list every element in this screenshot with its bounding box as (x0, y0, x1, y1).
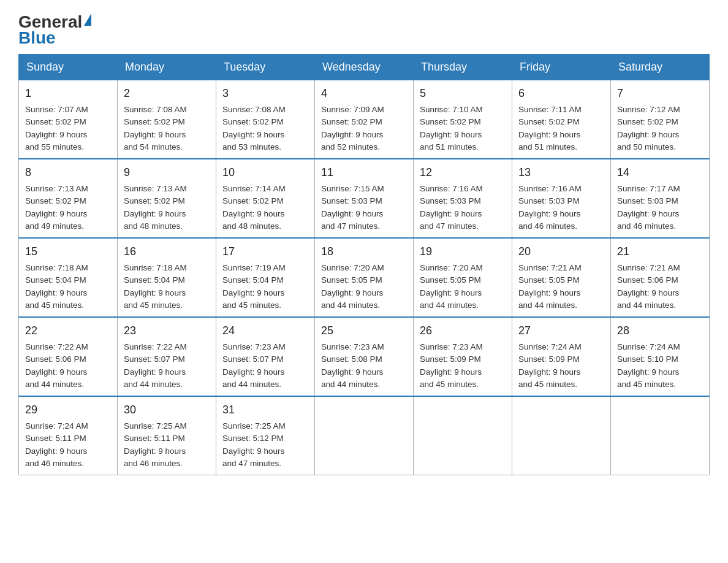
sunrise-label: Sunrise: 7:17 AM (617, 184, 680, 193)
daylight-label: Daylight: 9 hours (25, 367, 87, 377)
calendar-header-sunday: Sunday (19, 55, 118, 80)
sunset-label: Sunset: 5:02 PM (124, 196, 185, 205)
sunrise-label: Sunrise: 7:11 AM (518, 105, 582, 114)
sunrise-label: Sunrise: 7:23 AM (420, 342, 483, 351)
daylight-label: Daylight: 9 hours (124, 446, 186, 456)
sunrise-label: Sunrise: 7:18 AM (124, 263, 187, 272)
sunset-label: Sunset: 5:03 PM (518, 196, 580, 205)
calendar-week-row: 1Sunrise: 7:07 AMSunset: 5:02 PMDaylight… (19, 80, 710, 159)
calendar-cell: 17Sunrise: 7:19 AMSunset: 5:04 PMDayligh… (216, 238, 315, 317)
daylight-minutes: and 46 minutes. (25, 459, 84, 468)
day-number: 5 (420, 85, 506, 102)
daylight-label: Daylight: 9 hours (420, 130, 482, 139)
calendar-header-friday: Friday (512, 55, 611, 80)
sunrise-label: Sunrise: 7:24 AM (25, 421, 88, 431)
calendar-cell: 12Sunrise: 7:16 AMSunset: 5:03 PMDayligh… (414, 159, 512, 238)
calendar-week-row: 8Sunrise: 7:13 AMSunset: 5:02 PMDaylight… (19, 159, 710, 238)
sunrise-label: Sunrise: 7:16 AM (518, 184, 582, 193)
calendar-cell: 20Sunrise: 7:21 AMSunset: 5:05 PMDayligh… (512, 238, 611, 317)
daylight-minutes: and 44 minutes. (321, 380, 380, 389)
daylight-minutes: and 47 minutes. (222, 459, 281, 468)
calendar-cell: 16Sunrise: 7:18 AMSunset: 5:04 PMDayligh… (118, 238, 216, 317)
sunset-label: Sunset: 5:04 PM (25, 275, 86, 285)
calendar-cell: 22Sunrise: 7:22 AMSunset: 5:06 PMDayligh… (19, 317, 118, 396)
sunrise-label: Sunrise: 7:21 AM (617, 263, 680, 272)
day-number: 23 (124, 323, 210, 339)
sunrise-label: Sunrise: 7:09 AM (321, 105, 384, 114)
sunset-label: Sunset: 5:02 PM (25, 117, 86, 126)
daylight-minutes: and 48 minutes. (222, 221, 281, 231)
daylight-label: Daylight: 9 hours (124, 130, 186, 139)
calendar-cell: 28Sunrise: 7:24 AMSunset: 5:10 PMDayligh… (611, 317, 710, 396)
daylight-label: Daylight: 9 hours (420, 288, 482, 297)
sunrise-label: Sunrise: 7:20 AM (321, 263, 384, 272)
daylight-minutes: and 44 minutes. (617, 301, 676, 310)
daylight-label: Daylight: 9 hours (518, 288, 580, 297)
day-number: 24 (222, 323, 308, 339)
sunrise-label: Sunrise: 7:08 AM (222, 105, 286, 114)
day-number: 30 (124, 402, 210, 418)
daylight-label: Daylight: 9 hours (420, 209, 482, 218)
sunrise-label: Sunrise: 7:25 AM (222, 421, 286, 431)
logo: General Blue (18, 12, 91, 48)
day-number: 10 (222, 164, 308, 181)
daylight-label: Daylight: 9 hours (321, 288, 383, 297)
sunrise-label: Sunrise: 7:23 AM (321, 342, 384, 351)
day-number: 3 (222, 85, 308, 102)
sunset-label: Sunset: 5:05 PM (518, 275, 580, 285)
calendar-week-row: 29Sunrise: 7:24 AMSunset: 5:11 PMDayligh… (19, 396, 710, 475)
sunset-label: Sunset: 5:02 PM (124, 117, 185, 126)
sunrise-label: Sunrise: 7:20 AM (420, 263, 483, 272)
logo-arrow-icon (84, 13, 91, 26)
calendar-week-row: 15Sunrise: 7:18 AMSunset: 5:04 PMDayligh… (19, 238, 710, 317)
sunrise-label: Sunrise: 7:24 AM (617, 342, 680, 351)
calendar-cell: 4Sunrise: 7:09 AMSunset: 5:02 PMDaylight… (315, 80, 414, 159)
sunrise-label: Sunrise: 7:25 AM (124, 421, 187, 431)
sunset-label: Sunset: 5:02 PM (222, 196, 284, 205)
calendar-cell: 2Sunrise: 7:08 AMSunset: 5:02 PMDaylight… (118, 80, 216, 159)
daylight-minutes: and 45 minutes. (420, 380, 479, 389)
daylight-label: Daylight: 9 hours (222, 288, 284, 297)
sunrise-label: Sunrise: 7:14 AM (222, 184, 286, 193)
page-header: General Blue (18, 12, 710, 48)
daylight-label: Daylight: 9 hours (124, 367, 186, 377)
sunset-label: Sunset: 5:11 PM (25, 434, 86, 443)
day-number: 31 (222, 402, 308, 418)
daylight-label: Daylight: 9 hours (222, 367, 284, 377)
calendar-cell: 27Sunrise: 7:24 AMSunset: 5:09 PMDayligh… (512, 317, 611, 396)
daylight-minutes: and 44 minutes. (420, 301, 479, 310)
sunset-label: Sunset: 5:09 PM (518, 354, 580, 364)
calendar-table: SundayMondayTuesdayWednesdayThursdayFrid… (18, 54, 710, 475)
day-number: 12 (420, 164, 506, 181)
daylight-minutes: and 47 minutes. (321, 221, 380, 231)
sunset-label: Sunset: 5:07 PM (124, 354, 185, 364)
day-number: 28 (617, 323, 703, 339)
daylight-minutes: and 44 minutes. (321, 301, 380, 310)
daylight-label: Daylight: 9 hours (321, 367, 383, 377)
sunrise-label: Sunrise: 7:08 AM (124, 105, 187, 114)
daylight-minutes: and 44 minutes. (222, 380, 281, 389)
day-number: 11 (321, 164, 407, 181)
sunset-label: Sunset: 5:10 PM (617, 354, 678, 364)
calendar-cell: 5Sunrise: 7:10 AMSunset: 5:02 PMDaylight… (414, 80, 512, 159)
daylight-minutes: and 44 minutes. (25, 380, 84, 389)
daylight-minutes: and 54 minutes. (124, 142, 183, 151)
calendar-cell: 15Sunrise: 7:18 AMSunset: 5:04 PMDayligh… (19, 238, 118, 317)
sunrise-label: Sunrise: 7:22 AM (25, 342, 88, 351)
daylight-label: Daylight: 9 hours (518, 130, 580, 139)
sunset-label: Sunset: 5:06 PM (617, 275, 678, 285)
sunrise-label: Sunrise: 7:18 AM (25, 263, 88, 272)
calendar-cell: 21Sunrise: 7:21 AMSunset: 5:06 PMDayligh… (611, 238, 710, 317)
calendar-cell: 19Sunrise: 7:20 AMSunset: 5:05 PMDayligh… (414, 238, 512, 317)
daylight-minutes: and 45 minutes. (222, 301, 281, 310)
daylight-minutes: and 51 minutes. (420, 142, 479, 151)
calendar-cell (611, 396, 710, 475)
sunset-label: Sunset: 5:02 PM (25, 196, 86, 205)
sunset-label: Sunset: 5:03 PM (617, 196, 678, 205)
sunset-label: Sunset: 5:07 PM (222, 354, 284, 364)
sunrise-label: Sunrise: 7:12 AM (617, 105, 680, 114)
daylight-minutes: and 51 minutes. (518, 142, 577, 151)
daylight-label: Daylight: 9 hours (321, 209, 383, 218)
sunset-label: Sunset: 5:02 PM (222, 117, 284, 126)
calendar-header-row: SundayMondayTuesdayWednesdayThursdayFrid… (19, 55, 710, 80)
